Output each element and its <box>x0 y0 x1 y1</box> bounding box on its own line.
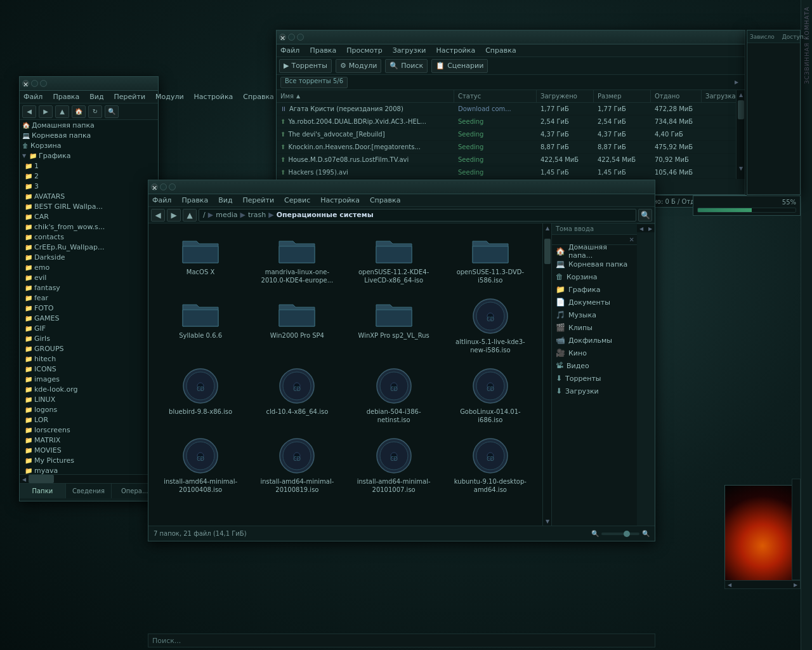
up-button-left-fm[interactable]: ▲ <box>55 105 69 118</box>
horizontal-scrollbar-left-fm[interactable]: ◀ ▶ <box>20 474 158 483</box>
minimize-button-torrent[interactable] <box>288 34 295 41</box>
tree-item-root[interactable]: 💻 Корневая папка <box>20 130 158 140</box>
tree-item-games[interactable]: 📁 GAMES <box>20 313 158 323</box>
sidebar-place-2[interactable]: 🗑Корзина <box>552 270 637 283</box>
zoom-control[interactable]: 🔍 🔍 <box>591 530 650 537</box>
scenarios-button[interactable]: 📋 Сценарии <box>431 59 488 73</box>
table-row[interactable]: ⬆ Hackers (1995).avi Seeding 1,45 ГиБ 1,… <box>277 166 736 179</box>
zoom-in-icon[interactable]: 🔍 <box>642 530 650 537</box>
table-row[interactable]: ⬆ House.M.D.s07e08.rus.LostFilm.TV.avi S… <box>277 154 736 166</box>
modules-button[interactable]: ⚙ Модули <box>336 59 381 73</box>
scroll-down-main-icon[interactable]: ▼ <box>543 517 552 526</box>
search-button-left-fm[interactable]: 🔍 <box>105 105 119 118</box>
tree-item-gif[interactable]: 📁 GIF <box>20 323 158 333</box>
tree-item-chiks[interactable]: 📁 chik's_from_wow.s... <box>20 222 158 232</box>
sidebar-place-4[interactable]: 📄Документы <box>552 296 637 308</box>
list-item[interactable]: CD install-amd64-minimal-20101007.iso <box>348 433 440 498</box>
thumbnail-scrollbar-v[interactable] <box>792 479 801 580</box>
menu-settings-main-fm[interactable]: Настройка <box>319 196 361 204</box>
menu-go-main-fm[interactable]: Перейти <box>242 196 276 204</box>
tree-item-foto[interactable]: 📁 FOTO <box>20 303 158 313</box>
search-main-button[interactable]: 🔍 <box>638 209 652 222</box>
tree-item-movies[interactable]: 📁 MOVIES <box>20 445 158 455</box>
list-item[interactable]: CD debian-504-i386-netinst.iso <box>348 363 440 428</box>
menu-settings-left-fm[interactable]: Настройка <box>193 93 235 101</box>
vertical-scrollbar-torrent[interactable]: ▲ ▼ <box>736 90 745 179</box>
menu-file-main-fm[interactable]: Файл <box>151 196 173 204</box>
maximize-button-left-fm[interactable] <box>40 80 47 87</box>
table-row[interactable]: ⬆ Knockin.on.Heavens.Door.[megatorents..… <box>277 141 736 154</box>
minimize-button-main-fm[interactable] <box>160 183 167 190</box>
tree-item-mypictures[interactable]: 📁 My Pictures <box>20 455 158 465</box>
sidebar-place-11[interactable]: ⬇Загрузки <box>552 385 637 397</box>
scroll-left-icon[interactable]: ◀ <box>20 475 29 484</box>
list-item[interactable]: openSUSE-11.3-DVD-i586.iso <box>445 230 536 288</box>
table-row[interactable]: ⬆ The devi's_advocate_[Rebuild] Seeding … <box>277 128 736 141</box>
menu-edit-main-fm[interactable]: Правка <box>180 196 209 204</box>
list-item[interactable]: Syllable 0.6.6 <box>155 293 246 358</box>
menu-view-left-fm[interactable]: Вид <box>88 93 105 101</box>
sidebar-place-10[interactable]: ⬇Торренты <box>552 372 637 385</box>
tree-item-creep[interactable]: 📁 CrEEp.Ru_Wallpap... <box>20 242 158 252</box>
list-item[interactable]: CD bluebird-9.8-x86.iso <box>155 363 246 428</box>
tree-item-fear[interactable]: 📁 fear <box>20 293 158 303</box>
back-button-main-fm[interactable]: ◀ <box>151 209 165 222</box>
breadcrumb-root[interactable]: / <box>203 211 206 219</box>
tree-item-3[interactable]: 📁 3 <box>20 181 158 191</box>
scroll-up-main-icon[interactable]: ▲ <box>543 223 552 232</box>
menu-help-main-fm[interactable]: Справка <box>369 196 402 204</box>
table-row[interactable]: ⬆ Ya.robot.2004.DUAL.BDRip.Xvid.AC3.-HEL… <box>277 116 736 128</box>
menu-edit-torrent[interactable]: Правка <box>308 46 337 55</box>
refresh-button-left-fm[interactable]: ↻ <box>88 105 102 118</box>
list-item[interactable]: Win2000 Pro SP4 <box>251 293 343 358</box>
tree-item-2[interactable]: 📁 2 <box>20 171 158 181</box>
maximize-button-main-fm[interactable] <box>169 183 176 190</box>
minimize-button-left-fm[interactable] <box>31 80 38 87</box>
tree-item-1[interactable]: 📁 1 <box>20 161 158 171</box>
scroll-right-main-icon[interactable]: ▶ <box>646 224 655 233</box>
tab-info[interactable]: Сведения <box>66 484 112 498</box>
menu-modules-left-fm[interactable]: Модули <box>154 93 185 101</box>
tree-item-images[interactable]: 📁 images <box>20 374 158 384</box>
tree-item-hitech[interactable]: 📁 hitech <box>20 354 158 364</box>
tree-item-kde[interactable]: 📁 kde-look.org <box>20 384 158 394</box>
close-button-main-fm[interactable]: ✕ <box>151 183 158 190</box>
breadcrumb-current[interactable]: Операционные системы <box>277 211 374 219</box>
breadcrumb-media[interactable]: media <box>216 211 237 219</box>
tree-item-avatars[interactable]: 📁 AVATARS <box>20 191 158 201</box>
scroll-right-thumb-icon[interactable]: ▶ <box>791 580 800 589</box>
list-item[interactable]: CD cld-10.4-x86_64.iso <box>251 363 343 428</box>
tree-item-graphics[interactable]: ▼ 📁 Графика <box>20 150 158 161</box>
close-button-left-fm[interactable]: ✕ <box>22 80 29 87</box>
scroll-left-thumb-icon[interactable]: ◀ <box>725 580 734 589</box>
horizontal-scrollbar-main-fm[interactable]: ◀ ▶ <box>637 223 655 232</box>
back-button-left-fm[interactable]: ◀ <box>22 105 36 118</box>
tree-item-fantasy[interactable]: 📁 fantasy <box>20 282 158 293</box>
home-button-left-fm[interactable]: 🏠 <box>72 105 86 118</box>
sidebar-place-3[interactable]: 📁Графика <box>552 283 637 296</box>
scroll-down-icon[interactable]: ▼ <box>737 164 745 173</box>
close-button-torrent[interactable]: ✕ <box>279 34 286 41</box>
menu-help-left-fm[interactable]: Справка <box>242 93 275 101</box>
table-row[interactable]: ⏸ Агата Кристи (переиздания 2008) Downlo… <box>277 103 736 116</box>
scroll-up-icon[interactable]: ▲ <box>737 90 745 99</box>
maximize-button-torrent[interactable] <box>297 34 304 41</box>
tree-item-emo[interactable]: 📁 emo <box>20 262 158 272</box>
tree-item-home[interactable]: 🏠 Домашняя папка <box>20 120 158 130</box>
tree-item-lor[interactable]: 📁 LOR <box>20 415 158 425</box>
thumbnail-scrollbar-h[interactable]: ◀ ▶ <box>724 580 801 589</box>
menu-view-torrent[interactable]: Просмотр <box>345 46 383 55</box>
sidebar-place-7[interactable]: 📹Докфильмы <box>552 334 637 347</box>
list-item[interactable]: MacOS X <box>155 230 246 288</box>
tree-item-girls[interactable]: 📁 Girls <box>20 333 158 343</box>
list-item[interactable]: CD install-amd64-minimal-20100819.iso <box>251 433 343 498</box>
sidebar-place-0[interactable]: 🏠Домашняя папа... <box>552 245 637 258</box>
list-item[interactable]: CD kubuntu-9.10-desktop-amd64.iso <box>445 433 536 498</box>
torrents-button[interactable]: ▶ Торренты <box>279 59 332 73</box>
tree-item-contacts[interactable]: 📁 contacts <box>20 232 158 242</box>
menu-service-main-fm[interactable]: Сервис <box>283 196 311 204</box>
menu-help-torrent[interactable]: Справка <box>484 46 517 55</box>
scroll-right-torrent-icon[interactable]: ▶ <box>732 78 741 87</box>
list-item[interactable]: WinXP Pro sp2_VL_Rus <box>348 293 440 358</box>
tree-item-bestgirl[interactable]: 📁 BEST GIRL Wallpa... <box>20 201 158 211</box>
